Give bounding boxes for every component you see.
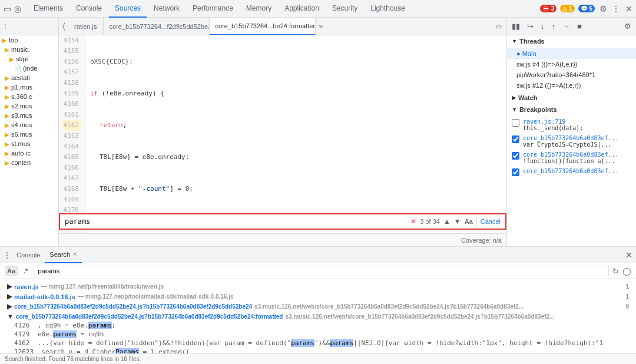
code-line-4155: if (!e8e.onready) { (90, 88, 502, 99)
step-icon[interactable]: → (560, 21, 572, 32)
tabs-more-icon[interactable]: » (316, 22, 327, 31)
regex-flag[interactable]: .* (21, 266, 30, 276)
match-case-flag[interactable]: Aa (5, 266, 18, 276)
thread-sw4[interactable]: sw.js #4 (()=>A(t,e,r)) (507, 59, 636, 70)
breakpoints-section-header[interactable]: ▼ Breakpoints (507, 104, 636, 115)
result-item-core-orig[interactable]: ▶ core_b15b773264b6a0d83ef2d9c5dd52be24.… (5, 302, 631, 312)
breakpoint-core2-checkbox[interactable] (512, 152, 519, 160)
file-item-s360[interactable]: ▶ s.360.c (0, 92, 58, 101)
tab-sources[interactable]: Sources (109, 0, 147, 18)
tabs-bar: 〈 raven.js core_b15b773264...f2d9c5dd52b… (59, 18, 506, 35)
more-icon[interactable]: ⋮ (611, 4, 621, 14)
bottom-close-icon[interactable]: ✕ (624, 250, 634, 260)
folder-icon: ▶ (5, 103, 9, 110)
right-panel: ▮▮ ↪ ↓ ↑ → ■ ⚙ ▼ Threads ● Main sw.js #4… (506, 18, 636, 246)
code-content[interactable]: bXSC{CEOC}; if (!e8e.onready) { return; … (85, 35, 506, 233)
search-cancel-button[interactable]: Cancel (481, 218, 501, 225)
search-count: 3 of 34 (420, 218, 440, 225)
watch-section-header[interactable]: ▶ Watch (507, 92, 636, 104)
tab-core-original[interactable]: core_b15b773264...f2d9c5dd52be24 (104, 18, 210, 35)
result-line-4129[interactable]: 4129 e8e.params = cq9h (5, 330, 631, 339)
tab-ravenjs[interactable]: raven.js (68, 18, 104, 35)
file-item-top[interactable]: ▶ top (0, 35, 58, 45)
folder-icon: ▶ (5, 122, 9, 128)
watch-collapse-icon: ▶ (512, 95, 516, 101)
file-panel: ⋮ ▶ top ▶ music. ▶ st/pi 📄 (inde ▶ acsta… (0, 18, 59, 246)
breakpoint-core1-checkbox[interactable] (512, 135, 519, 143)
thread-main[interactable]: ● Main (507, 48, 636, 59)
collapse-icon: ▼ (7, 313, 14, 320)
breakpoint-core3-checkbox[interactable] (512, 168, 519, 176)
breakpoint-raven-checkbox[interactable] (512, 119, 519, 127)
bottom-panel: ⋮ Console Search ✕ ✕ Aa .* ↻ ◯ ▶ raven.j… (0, 246, 636, 364)
deactivate-breakpoints-icon[interactable]: ■ (575, 21, 584, 32)
inspect-icon[interactable]: ◎ (13, 4, 22, 14)
result-item-raven[interactable]: ▶ raven.js — mimg.127.net/p/freemail/lib… (5, 282, 631, 292)
tab-core-formatted[interactable]: core_b15b773264...be24:formatted ✕ (210, 18, 316, 35)
file-item-s2[interactable]: ▶ s2.mus (0, 101, 58, 111)
step-out-icon[interactable]: ↑ (549, 21, 558, 32)
warning-badge: △ 1 (560, 5, 574, 12)
match-case-button[interactable]: Aa (465, 218, 473, 225)
folder-icon: ▶ (5, 47, 9, 53)
file-item-acstati[interactable]: ▶ acstati (0, 73, 58, 82)
bottom-panel-more-icon[interactable]: ⋮ (2, 250, 12, 260)
refresh-search-icon[interactable]: ↻ (612, 267, 619, 276)
breakpoint-core3-text: core_b15b773264b6a0d83ef... (523, 168, 619, 174)
tab-lighthouse[interactable]: Lighthouse (365, 0, 411, 18)
thread-sw12[interactable]: sw.js #12 (()=>A(t,e,r)) (507, 80, 636, 91)
open-in-panel-icon[interactable]: ▭ (491, 22, 506, 31)
file-item-autoic[interactable]: ▶ auto-ic (0, 148, 58, 158)
right-toolbar: ▮▮ ↪ ↓ ↑ → ■ ⚙ (507, 18, 636, 35)
result-line-4162[interactable]: 4162 ...{var hide = defined("hidden")&&!… (5, 339, 631, 348)
result-line-4126[interactable]: 4126 , cq9h = e8e.params; (5, 321, 631, 330)
result-item-mailad[interactable]: ▶ mailad-sdk-0.0.16.js — mimg.127.net/p/… (5, 292, 631, 302)
editor-search-input[interactable] (65, 217, 407, 226)
tab-search[interactable]: Search ✕ (45, 247, 82, 263)
tab-security[interactable]: Security (326, 0, 363, 18)
tab-application[interactable]: Application (279, 0, 325, 18)
folder-icon: ▶ (5, 84, 9, 91)
pause-icon[interactable]: ▮▮ (509, 21, 522, 32)
file-item-s4[interactable]: ▶ s4.mus (0, 120, 58, 130)
result-line-12623[interactable]: 12623 search n = d.CipherParams = l.exte… (5, 348, 631, 353)
more-options-icon[interactable]: ⚙ (622, 21, 634, 32)
threads-section-header[interactable]: ▼ Threads (507, 35, 636, 47)
tab-search-close-icon[interactable]: ✕ (72, 251, 77, 257)
file-item-inde[interactable]: 📄 (inde (0, 64, 58, 73)
file-item-p1[interactable]: ▶ p1.mus (0, 82, 58, 92)
step-into-icon[interactable]: ↓ (538, 21, 547, 32)
clear-search-icon[interactable]: ◯ (622, 267, 631, 276)
search-prev-button[interactable]: ▲ (443, 217, 450, 226)
search-clear-icon[interactable]: ✕ (410, 217, 416, 226)
tab-scroll-left[interactable]: 〈 (59, 22, 68, 31)
editor-search-bar: ✕ 3 of 34 ▲ ▼ Aa Cancel (59, 213, 506, 230)
tab-performance[interactable]: Performance (187, 0, 239, 18)
thread-pipworker[interactable]: pipWorker?ratio=364/480*1 (507, 70, 636, 80)
tab-network[interactable]: Network (148, 0, 186, 18)
folder-icon: ▶ (5, 131, 9, 138)
settings-icon[interactable]: ⚙ (598, 4, 608, 14)
tab-memory[interactable]: Memory (240, 0, 277, 18)
tab-elements[interactable]: Elements (28, 0, 69, 18)
coverage-text: Coverage: n/a (461, 237, 502, 244)
device-toggle-icon[interactable]: ▭ (2, 4, 12, 14)
file-item-s3[interactable]: ▶ s3.mus (0, 111, 58, 120)
file-item-music[interactable]: ▶ music. (0, 45, 58, 54)
search-next-button[interactable]: ▼ (454, 217, 461, 226)
close-icon[interactable]: ✕ (624, 4, 634, 14)
step-over-icon[interactable]: ↪ (525, 21, 536, 32)
main-toolbar: ▭ ◎ Elements Console Sources Network Per… (0, 0, 636, 18)
file-item-stpi[interactable]: ▶ st/pi (0, 54, 58, 64)
search-input-bottom[interactable] (34, 266, 609, 276)
main-layout: ⋮ ▶ top ▶ music. ▶ st/pi 📄 (inde ▶ acsta… (0, 18, 636, 246)
panel-more-icon[interactable]: ⋮ (2, 23, 8, 29)
tab-console[interactable]: Console (70, 0, 108, 18)
file-item-s6[interactable]: ▶ s6.mus (0, 130, 58, 139)
tab-console[interactable]: Console (12, 247, 45, 263)
code-line-4157: T8L[E8w] = e8e.onready; (90, 152, 502, 163)
file-item-st[interactable]: ▶ st.mus (0, 139, 58, 148)
folder-icon: ▶ (5, 112, 9, 119)
file-item-conten[interactable]: ▶ conten (0, 158, 58, 167)
code-area: 4154 4155 4156 4157 4158 4159 4160 4161 … (59, 35, 506, 233)
